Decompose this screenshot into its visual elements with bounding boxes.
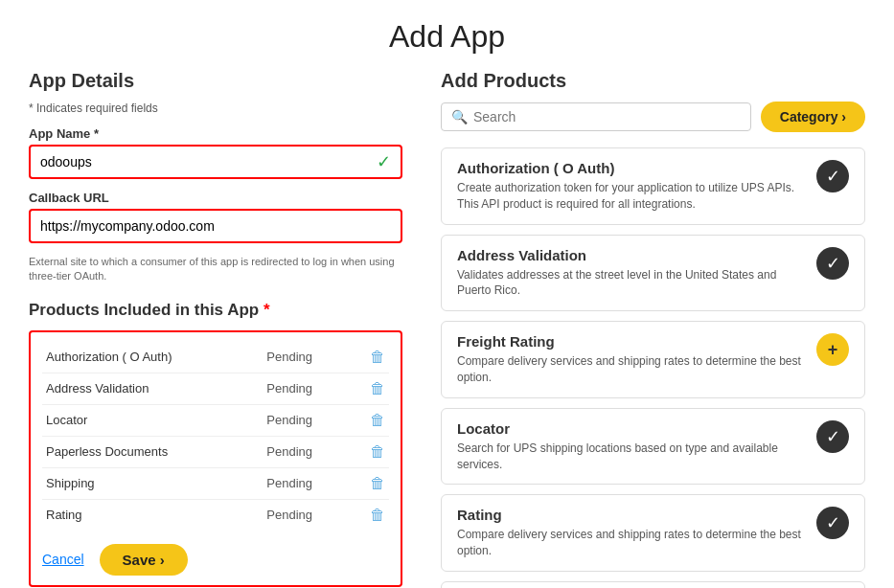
- product-card-title: Authorization ( O Auth): [457, 160, 805, 176]
- table-row: Authorization ( O Auth) Pending 🗑: [42, 342, 389, 373]
- product-card-title: Address Validation: [457, 247, 805, 263]
- product-card-content: Locator Search for UPS shipping location…: [457, 420, 805, 473]
- product-toggle-button[interactable]: ✓: [816, 507, 849, 539]
- table-row: Address Validation Pending 🗑: [42, 373, 389, 404]
- app-details-title: App Details: [29, 70, 402, 92]
- required-note: * Indicates required fields: [29, 102, 402, 115]
- app-name-label: App Name *: [29, 126, 402, 141]
- delete-action[interactable]: 🗑: [351, 436, 389, 467]
- product-toggle-button[interactable]: ✓: [816, 160, 849, 192]
- search-input-wrapper: 🔍: [441, 102, 751, 131]
- trash-icon[interactable]: 🗑: [370, 412, 385, 428]
- bottom-actions: Cancel Save ›: [42, 544, 389, 576]
- product-status: Pending: [263, 499, 351, 531]
- table-row: Paperless Documents Pending 🗑: [42, 436, 389, 467]
- delete-action[interactable]: 🗑: [351, 404, 389, 436]
- trash-icon[interactable]: 🗑: [370, 507, 385, 523]
- trash-icon[interactable]: 🗑: [370, 475, 385, 491]
- delete-action[interactable]: 🗑: [351, 373, 389, 404]
- trash-icon[interactable]: 🗑: [370, 349, 385, 365]
- product-status: Pending: [263, 373, 351, 404]
- product-card: Rating Compare delivery services and shi…: [441, 494, 865, 572]
- product-cards-container: Authorization ( O Auth) Create authoriza…: [441, 147, 865, 588]
- search-row: 🔍 Category ›: [441, 102, 865, 132]
- product-name: Rating: [42, 499, 263, 531]
- right-panel: Add Products 🔍 Category › Authorization …: [431, 70, 865, 588]
- search-icon: 🔍: [451, 109, 468, 124]
- save-button[interactable]: Save ›: [100, 544, 188, 576]
- delete-action[interactable]: 🗑: [351, 467, 389, 499]
- product-card-content: Authorization ( O Auth) Create authoriza…: [457, 160, 805, 213]
- product-card-desc: Validates addresses at the street level …: [457, 267, 805, 300]
- product-card: Time In Transit +: [441, 581, 865, 588]
- trash-icon[interactable]: 🗑: [370, 380, 385, 396]
- product-card: Authorization ( O Auth) Create authoriza…: [441, 147, 865, 225]
- product-card: Address Validation Validates addresses a…: [441, 235, 865, 312]
- required-star: *: [264, 301, 270, 319]
- product-card-content: Freight Rating Compare delivery services…: [457, 333, 805, 386]
- product-card-desc: Compare delivery services and shipping r…: [457, 527, 805, 559]
- callback-url-input-wrapper: [29, 209, 402, 243]
- cancel-button[interactable]: Cancel: [42, 552, 84, 567]
- product-card-title: Locator: [457, 420, 805, 437]
- delete-action[interactable]: 🗑: [351, 342, 389, 373]
- check-icon: ✓: [377, 151, 401, 172]
- callback-url-note: External site to which a consumer of thi…: [29, 255, 402, 284]
- product-status: Pending: [263, 436, 351, 467]
- delete-action[interactable]: 🗑: [351, 499, 389, 531]
- product-toggle-button[interactable]: ✓: [816, 247, 849, 280]
- page-title: Add App: [0, 0, 894, 70]
- product-toggle-button[interactable]: +: [816, 333, 849, 366]
- product-name: Authorization ( O Auth): [42, 342, 263, 373]
- products-included-title: Products Included in this App *: [29, 300, 402, 321]
- product-card-desc: Create authorization token for your appl…: [457, 180, 805, 213]
- left-panel: App Details * Indicates required fields …: [29, 70, 431, 588]
- category-button[interactable]: Category ›: [761, 102, 865, 132]
- product-card-content: Address Validation Validates addresses a…: [457, 247, 805, 300]
- trash-icon[interactable]: 🗑: [370, 443, 385, 460]
- product-name: Address Validation: [42, 373, 263, 404]
- product-card-desc: Compare delivery services and shipping r…: [457, 353, 805, 386]
- add-products-title: Add Products: [441, 70, 865, 92]
- products-table: Authorization ( O Auth) Pending 🗑 Addres…: [42, 342, 389, 531]
- product-status: Pending: [263, 342, 351, 373]
- product-name: Shipping: [42, 467, 263, 499]
- product-card-content: Rating Compare delivery services and shi…: [457, 507, 805, 559]
- callback-url-input[interactable]: [31, 211, 401, 241]
- product-status: Pending: [263, 404, 351, 436]
- product-card: Locator Search for UPS shipping location…: [441, 408, 865, 486]
- product-card-desc: Search for UPS shipping locations based …: [457, 441, 805, 473]
- product-card: Freight Rating Compare delivery services…: [441, 321, 865, 398]
- callback-url-label: Callback URL: [29, 191, 402, 205]
- product-status: Pending: [263, 467, 351, 499]
- table-row: Rating Pending 🗑: [42, 499, 389, 531]
- app-name-input[interactable]: [31, 147, 377, 177]
- product-toggle-button[interactable]: ✓: [816, 420, 849, 453]
- table-row: Shipping Pending 🗑: [42, 467, 389, 499]
- products-table-wrapper: Authorization ( O Auth) Pending 🗑 Addres…: [29, 330, 402, 587]
- search-input[interactable]: [473, 109, 741, 124]
- table-row: Locator Pending 🗑: [42, 404, 389, 436]
- product-card-title: Freight Rating: [457, 333, 805, 350]
- app-name-input-wrapper: ✓: [29, 145, 402, 179]
- product-card-title: Rating: [457, 507, 805, 523]
- product-name: Locator: [42, 404, 263, 436]
- product-name: Paperless Documents: [42, 436, 263, 467]
